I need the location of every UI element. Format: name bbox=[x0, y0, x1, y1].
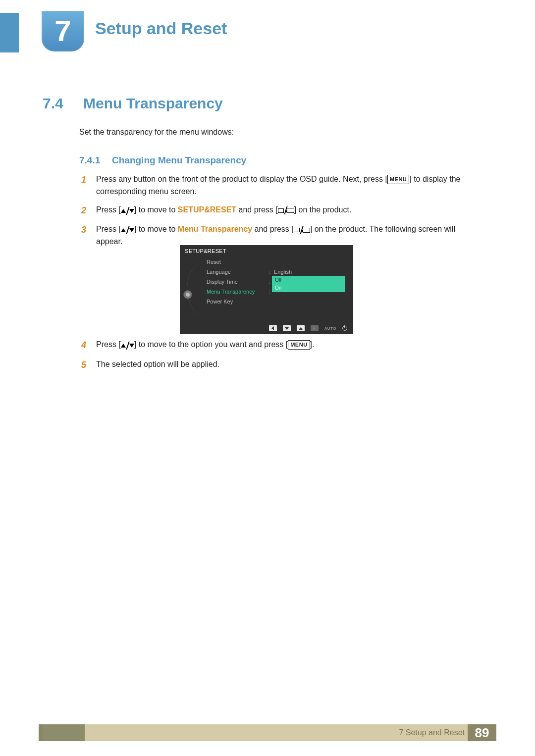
target-name: SETUP&RESET bbox=[178, 205, 236, 214]
osd-nav-up-icon bbox=[297, 325, 305, 331]
osd-row-language: Language:English bbox=[207, 267, 347, 277]
text: ] to move to the option you want and pre… bbox=[134, 340, 288, 349]
step-1: 1 Press any button on the front of the p… bbox=[81, 173, 478, 198]
step-text: Press [] to move to the option you want … bbox=[96, 339, 478, 353]
intro-text: Set the transparency for the menu window… bbox=[79, 128, 234, 137]
menu-box: MENU bbox=[288, 340, 310, 350]
step-number: 3 bbox=[81, 223, 88, 248]
up-down-icon bbox=[121, 342, 134, 349]
side-strip bbox=[0, 13, 19, 52]
label: Reset bbox=[207, 259, 269, 265]
text: Press any button on the front of the pro… bbox=[96, 175, 387, 183]
text: and press [ bbox=[252, 225, 294, 233]
section-title: Menu Transparency bbox=[83, 95, 223, 112]
up-down-icon bbox=[121, 207, 134, 214]
section-number: 7.4 bbox=[43, 95, 63, 112]
footer-accent bbox=[43, 724, 85, 741]
menu-box: MENU bbox=[387, 175, 409, 184]
step-text: Press any button on the front of the pro… bbox=[96, 173, 478, 198]
osd-bottom-bar: AUTO bbox=[180, 325, 353, 331]
osd-title: SETUP&RESET bbox=[180, 245, 353, 256]
gear-icon bbox=[184, 291, 192, 299]
step-3: 3 Press [] to move to Menu Transparency … bbox=[81, 223, 478, 248]
osd-auto-label: AUTO bbox=[324, 326, 336, 331]
label: Display Time bbox=[207, 279, 269, 285]
text: ] to move to bbox=[134, 205, 178, 214]
osd-row-power-key: Power Key bbox=[207, 297, 347, 306]
subsection-number: 7.4.1 bbox=[79, 155, 100, 166]
label: Language bbox=[207, 269, 269, 275]
target-name: Menu Transparency bbox=[178, 225, 252, 233]
text: ]. bbox=[310, 340, 315, 349]
osd-nav-right-icon bbox=[311, 325, 319, 331]
label: Power Key bbox=[207, 299, 269, 304]
text: and press [ bbox=[236, 205, 278, 214]
steps-list-lower: 4 Press [] to move to the option you wan… bbox=[81, 339, 478, 378]
footer-page-number: 89 bbox=[468, 724, 496, 741]
text: ] on the product. bbox=[294, 205, 352, 214]
step-4: 4 Press [] to move to the option you wan… bbox=[81, 339, 478, 353]
chapter-badge: 7 bbox=[42, 11, 84, 51]
osd-screenshot: SETUP&RESET Reset Language:English Displ… bbox=[180, 245, 353, 334]
steps-list: 1 Press any button on the front of the p… bbox=[81, 173, 478, 254]
step-text: Press [] to move to Menu Transparency an… bbox=[96, 223, 478, 248]
colon: : bbox=[269, 269, 274, 275]
step-number: 1 bbox=[81, 173, 88, 198]
step-2: 2 Press [] to move to SETUP&RESET and pr… bbox=[81, 204, 478, 218]
text: ] to move to bbox=[134, 225, 178, 233]
step-number: 2 bbox=[81, 204, 88, 218]
label: Menu Transparency bbox=[207, 289, 269, 295]
rect-enter-icon bbox=[278, 207, 294, 214]
up-down-icon bbox=[121, 227, 134, 234]
text: Press [ bbox=[96, 340, 121, 349]
footer-text: 7 Setup and Reset bbox=[399, 728, 465, 737]
osd-dropdown: Off On bbox=[272, 276, 345, 292]
osd-nav-left-icon bbox=[269, 325, 277, 331]
footer-bar: 7 Setup and Reset 89 bbox=[39, 724, 496, 741]
step-number: 4 bbox=[81, 339, 88, 353]
rect-enter-icon bbox=[294, 227, 310, 234]
power-icon bbox=[342, 326, 347, 331]
subsection-title: Changing Menu Transparency bbox=[112, 155, 246, 166]
step-text: The selected option will be applied. bbox=[96, 358, 478, 372]
step-number: 5 bbox=[81, 358, 88, 372]
value: English bbox=[274, 269, 292, 275]
text: Press [ bbox=[96, 225, 121, 233]
osd-row-reset: Reset bbox=[207, 257, 347, 267]
osd-option-on: On bbox=[272, 284, 345, 292]
step-text: Press [] to move to SETUP&RESET and pres… bbox=[96, 204, 478, 218]
text: Press [ bbox=[96, 205, 121, 214]
chapter-title: Setup and Reset bbox=[95, 19, 227, 38]
step-5: 5 The selected option will be applied. bbox=[81, 358, 478, 372]
chapter-number: 7 bbox=[54, 16, 71, 46]
osd-option-off: Off bbox=[272, 276, 345, 284]
osd-nav-down-icon bbox=[283, 325, 291, 331]
